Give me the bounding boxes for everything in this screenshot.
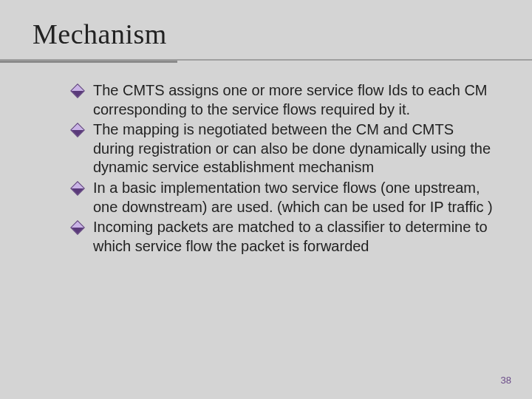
content-area: The CMTS assigns one or more service flo… bbox=[72, 81, 494, 257]
bullet-text: The mapping is negotiated between the CM… bbox=[93, 121, 491, 175]
bullet-text: Incoming packets are matched to a classi… bbox=[93, 219, 488, 254]
list-item: The CMTS assigns one or more service flo… bbox=[72, 81, 494, 119]
bullet-text: The CMTS assigns one or more service flo… bbox=[93, 82, 488, 117]
slide: Mechanism The CMTS assigns one or more s… bbox=[0, 0, 532, 399]
list-item: The mapping is negotiated between the CM… bbox=[72, 120, 494, 177]
bullet-text: In a basic implementation two service fl… bbox=[93, 180, 493, 215]
title-divider bbox=[0, 59, 532, 61]
diamond-icon bbox=[70, 123, 85, 137]
list-item: In a basic implementation two service fl… bbox=[72, 179, 494, 216]
list-item: Incoming packets are matched to a classi… bbox=[72, 218, 494, 256]
diamond-icon bbox=[70, 220, 85, 235]
diamond-icon bbox=[70, 83, 85, 98]
slide-title: Mechanism bbox=[33, 18, 167, 50]
page-number: 38 bbox=[501, 375, 511, 386]
diamond-icon bbox=[70, 181, 85, 196]
bullet-list: The CMTS assigns one or more service flo… bbox=[72, 81, 494, 256]
